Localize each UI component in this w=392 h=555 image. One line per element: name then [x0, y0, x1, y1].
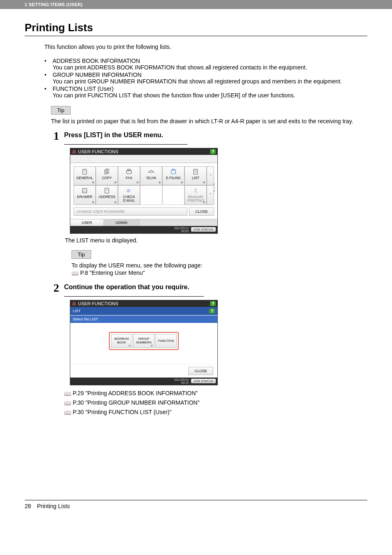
- step-rule: [64, 144, 187, 145]
- group-numbers-button[interactable]: GROUP NUMBERS ▶: [133, 334, 154, 348]
- title-rule: [25, 36, 367, 36]
- btn-label: E-FILING: [166, 176, 181, 180]
- efiling-icon: [170, 168, 177, 175]
- bullet-desc: You can print GROUP NUMBER INFORMATION t…: [53, 78, 367, 85]
- step-number: 2: [50, 282, 59, 294]
- triangle-icon: ▶: [115, 200, 117, 204]
- blank-cell: [140, 185, 162, 205]
- panel-title: USER FUNCTIONS: [78, 301, 118, 306]
- datetime-label: 2011/05/1008:00: [174, 227, 189, 233]
- document-icon: [81, 168, 88, 175]
- fax-button[interactable]: FAX▶: [118, 166, 140, 185]
- book-icon: 📖: [64, 390, 71, 397]
- btn-line1: FUNCTION: [158, 339, 174, 343]
- scan-icon: [148, 168, 155, 175]
- close-button[interactable]: CLOSE: [188, 367, 213, 375]
- panel-title: USER FUNCTIONS: [78, 149, 118, 154]
- check-email-button[interactable]: @ CHECK E-MAIL: [118, 185, 140, 205]
- close-button[interactable]: CLOSE: [189, 207, 214, 216]
- btn-label: CHECK E-MAIL: [123, 195, 135, 203]
- btn-label: DRAWER: [77, 195, 92, 199]
- job-status-button[interactable]: JOB STATUS: [191, 379, 216, 383]
- help-button[interactable]: ?: [210, 301, 216, 306]
- list-icon: [192, 168, 199, 175]
- tip2-ref-text: P.8 "Entering User Menu": [80, 269, 145, 276]
- panel-body: ☝ 1—1 GENERAL▶ COPY▶ FAX▶: [70, 163, 217, 219]
- panel-tabs: USER ADMIN: [70, 219, 217, 226]
- help-button[interactable]: ?: [210, 149, 216, 154]
- header-breadcrumb: 1 SETTING ITEMS (USER): [0, 0, 392, 9]
- copy-button[interactable]: COPY▶: [96, 166, 118, 185]
- bullet-dot-icon: •: [44, 85, 46, 92]
- tip2-text: To display the USER menu, see the follow…: [71, 262, 367, 269]
- step-2: 2 Continue the operation that you requir…: [25, 282, 367, 294]
- btn-label: LIST: [192, 176, 199, 180]
- svg-rect-12: [83, 189, 87, 193]
- tip-text: The list is printed on paper that is fed…: [51, 118, 367, 124]
- page-title: Printing Lists: [25, 21, 367, 34]
- datetime-label: 2011/05/1008:15: [174, 378, 189, 384]
- svg-rect-7: [171, 170, 176, 174]
- step-rule: [64, 296, 204, 297]
- copy-icon: [103, 168, 111, 175]
- address-book-button[interactable]: ADDRESS BOOK ▶: [111, 334, 132, 348]
- change-password-button[interactable]: CHANGE USER PASSWORD: [74, 207, 187, 216]
- drawer-button[interactable]: DRAWER▶: [74, 185, 96, 205]
- bullet-dot-icon: •: [44, 71, 46, 78]
- general-button[interactable]: GENERAL▶: [74, 166, 96, 185]
- step-1: 1 Press [LIST] in the USER menu.: [25, 130, 367, 142]
- panel-user-functions: 🖶 USER FUNCTIONS ? ☝ 1—1 GENERAL▶ COPY▶: [70, 148, 218, 234]
- subheader-select: Select the LIST: [70, 315, 217, 323]
- blank-cell: [162, 185, 184, 205]
- highlight-box: ADDRESS BOOK ▶ GROUP NUMBERS ▶ FUNCTION: [109, 332, 179, 350]
- page-footer: 28 Printing Lists: [25, 500, 367, 509]
- bluetooth-icon: [192, 187, 199, 194]
- scan-button[interactable]: SCAN▶: [140, 166, 162, 185]
- ref-text: P.30 "Printing FUNCTION LIST (User)": [73, 409, 171, 415]
- btn-line2: NUMBERS: [136, 341, 152, 344]
- bullet-item: • ADDRESS BOOK INFORMATION You can print…: [44, 58, 367, 71]
- tip-badge: Tip: [51, 106, 71, 115]
- scroll-page-indicator: 1—1: [213, 183, 217, 193]
- drawer-icon: [81, 187, 88, 194]
- tab-user[interactable]: USER: [70, 219, 104, 226]
- email-icon: @: [125, 187, 133, 194]
- address-icon: [103, 187, 111, 194]
- tip-badge: Tip: [71, 250, 91, 259]
- footer-title: Printing Lists: [37, 503, 70, 509]
- btn-label: GENERAL: [76, 176, 93, 180]
- triangle-icon: ▶: [92, 181, 95, 184]
- btn-label: COPY: [102, 176, 112, 180]
- ref-item: 📖P.30 "Printing FUNCTION LIST (User)": [64, 408, 367, 417]
- bullet-name: GROUP NUMBER INFORMATION: [53, 71, 142, 78]
- efiling-button[interactable]: E-FILING▶: [162, 166, 184, 185]
- bluetooth-printing-button[interactable]: Bluetooth PRINTING▶: [184, 185, 207, 205]
- bullet-name: ADDRESS BOOK INFORMATION: [53, 58, 140, 64]
- ref-text: P.30 "Printing GROUP NUMBER INFORMATION": [73, 399, 200, 406]
- ref-item: 📖P.30 "Printing GROUP NUMBER INFORMATION…: [64, 398, 367, 408]
- bullet-desc: You can print FUNCTION LIST that shows t…: [53, 92, 367, 99]
- job-status-button[interactable]: JOB STATUS: [191, 227, 216, 232]
- triangle-icon: ▶: [203, 181, 205, 184]
- fax-icon: [125, 168, 133, 175]
- book-icon: 📖: [71, 270, 78, 276]
- intro-text: This function allows you to print the fo…: [44, 44, 367, 50]
- address-button[interactable]: ADDRESS▶: [96, 185, 118, 205]
- function-button[interactable]: FUNCTION: [155, 334, 177, 348]
- btn-label: FAX: [126, 176, 132, 180]
- ref-item: 📖P.29 "Printing ADDRESS BOOK INFORMATION…: [64, 389, 367, 398]
- triangle-icon: ▶: [151, 344, 153, 347]
- tab-admin[interactable]: ADMIN: [104, 219, 139, 226]
- step-title: Press [LIST] in the USER menu.: [64, 130, 163, 142]
- triangle-icon: ▶: [203, 200, 205, 204]
- triangle-icon: ▶: [137, 181, 139, 184]
- page-number: 28: [25, 503, 35, 509]
- btn-line2: BOOK: [117, 341, 126, 344]
- step-number: 1: [50, 130, 59, 142]
- btn-label: SCAN: [146, 176, 156, 180]
- triangle-icon: ▶: [92, 200, 95, 204]
- help-button[interactable]: ?: [209, 309, 215, 313]
- list-button[interactable]: LIST▶: [184, 166, 207, 185]
- btn-label: Bluetooth PRINTING: [187, 195, 204, 203]
- panel-statusbar: 2011/05/1008:15 JOB STATUS: [70, 378, 217, 385]
